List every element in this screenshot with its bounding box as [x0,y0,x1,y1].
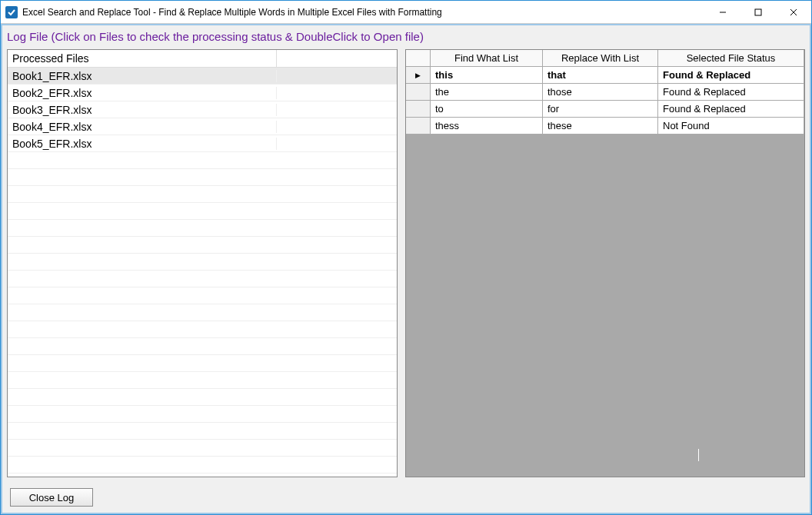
list-item-empty[interactable] [8,372,397,389]
file-name: Book4_EFR.xlsx [8,121,277,133]
status-cell[interactable]: Found & Replaced [658,67,804,84]
row-header[interactable] [406,67,431,84]
list-item-empty[interactable] [8,321,397,338]
col-status[interactable]: Selected File Status [658,50,804,67]
list-item[interactable]: Book5_EFR.xlsx [8,135,397,152]
file-name: Book3_EFR.xlsx [8,104,277,116]
window-title: Excel Search and Replace Tool - Find & R… [22,7,705,18]
minimize-button[interactable] [705,1,740,23]
table-row[interactable]: thethoseFound & Replaced [406,84,804,101]
list-body: Book1_EFR.xlsxBook2_EFR.xlsxBook3_EFR.xl… [8,68,397,477]
row-header[interactable] [406,101,431,118]
list-header-row: Processed Files [8,50,397,68]
list-item-empty[interactable] [8,406,397,423]
list-item-empty[interactable] [8,287,397,304]
results-grid[interactable]: Find What List Replace With List Selecte… [405,49,805,477]
processed-files-list[interactable]: Processed Files Book1_EFR.xlsxBook2_EFR.… [7,49,398,477]
list-item-empty[interactable] [8,440,397,457]
panels: Processed Files Book1_EFR.xlsxBook2_EFR.… [2,49,810,482]
grid-corner[interactable] [406,50,431,67]
list-item-empty[interactable] [8,169,397,186]
list-item-empty[interactable] [8,254,397,271]
app-window: Excel Search and Replace Tool - Find & R… [0,0,812,515]
replace-cell[interactable]: for [543,101,658,118]
list-item[interactable]: Book2_EFR.xlsx [8,85,397,101]
list-item-empty[interactable] [8,389,397,406]
titlebar: Excel Search and Replace Tool - Find & R… [1,1,811,24]
list-item-empty[interactable] [8,186,397,203]
replace-cell[interactable]: those [543,84,658,101]
list-item[interactable]: Book3_EFR.xlsx [8,101,397,118]
status-cell[interactable]: Found & Replaced [658,84,804,101]
file-name: Book2_EFR.xlsx [8,87,277,99]
file-name: Book5_EFR.xlsx [8,138,277,150]
table-row[interactable]: thisthatFound & Replaced [406,67,804,84]
replace-cell[interactable]: these [543,118,658,135]
client-area: Log File (Click on Files to check the pr… [1,24,811,514]
status-cell[interactable]: Found & Replaced [658,101,804,118]
col-replace-with[interactable]: Replace With List [543,50,658,67]
list-item-empty[interactable] [8,203,397,220]
log-file-header: Log File (Click on Files to check the pr… [2,25,810,49]
list-item-empty[interactable] [8,237,397,254]
svg-rect-1 [755,9,761,15]
processed-files-header[interactable]: Processed Files [8,50,277,67]
table-row[interactable]: toforFound & Replaced [406,101,804,118]
list-item-empty[interactable] [8,304,397,321]
close-log-button[interactable]: Close Log [10,488,93,507]
list-item-empty[interactable] [8,355,397,372]
list-item-empty[interactable] [8,152,397,169]
find-cell[interactable]: the [431,84,543,101]
list-item[interactable]: Book4_EFR.xlsx [8,118,397,135]
grid-header-row: Find What List Replace With List Selecte… [406,50,804,67]
file-name: Book1_EFR.xlsx [8,70,277,82]
list-item-empty[interactable] [8,423,397,440]
grid-body: thisthatFound & ReplacedthethoseFound & … [406,67,804,135]
list-item-empty[interactable] [8,220,397,237]
find-cell[interactable]: to [431,101,543,118]
list-item-empty[interactable] [8,457,397,473]
app-icon [5,6,18,18]
close-button[interactable] [776,1,811,23]
row-header[interactable] [406,84,431,101]
status-cell[interactable]: Not Found [658,118,804,135]
find-cell[interactable]: thess [431,118,543,135]
col-find-what[interactable]: Find What List [431,50,543,67]
window-controls [705,1,811,23]
row-header[interactable] [406,118,431,135]
maximize-button[interactable] [740,1,776,23]
list-item-empty[interactable] [8,271,397,287]
processed-files-header-2[interactable] [277,50,397,67]
find-cell[interactable]: this [431,67,543,84]
list-item-empty[interactable] [8,338,397,355]
bottom-bar: Close Log [2,482,810,513]
table-row[interactable]: thesstheseNot Found [406,118,804,135]
list-item[interactable]: Book1_EFR.xlsx [8,68,397,85]
replace-cell[interactable]: that [543,67,658,84]
caret-indicator [698,449,699,461]
